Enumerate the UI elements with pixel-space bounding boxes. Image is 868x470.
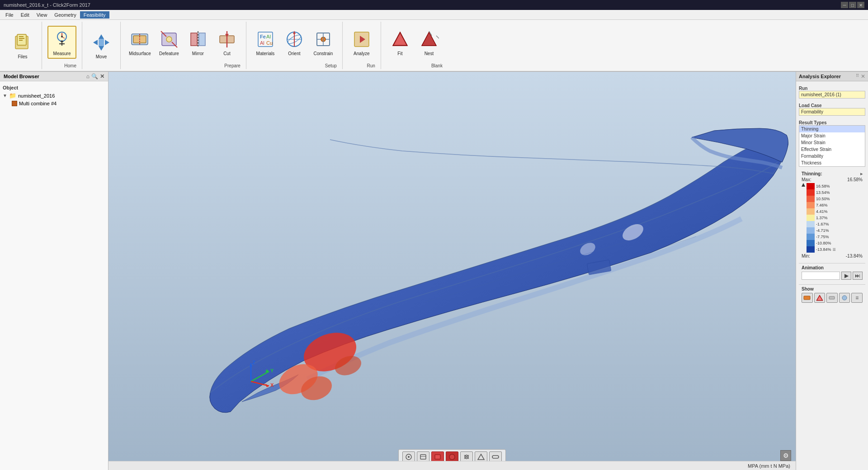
root-item-label: numisheet_2016 bbox=[18, 93, 55, 99]
measure-icon bbox=[51, 28, 73, 50]
constrain-button[interactable]: Constrain bbox=[310, 27, 337, 58]
midsurface-button[interactable]: Midsurface bbox=[126, 27, 154, 58]
tree-root-item[interactable]: ▼ 📁 numisheet_2016 bbox=[3, 91, 105, 100]
legend-side-icon-col: ≡ bbox=[833, 183, 836, 253]
cut-button[interactable]: Cut bbox=[213, 27, 241, 58]
show-icon-btn-2[interactable] bbox=[814, 293, 826, 303]
result-type-major-strain[interactable]: Major Strain bbox=[799, 132, 865, 139]
analyze-label: Analyze bbox=[354, 51, 370, 56]
color-strip-8 bbox=[807, 234, 815, 240]
svg-text:Al: Al bbox=[260, 40, 264, 46]
animation-label: Animation bbox=[802, 265, 863, 270]
constrain-label: Constrain bbox=[314, 51, 333, 56]
panel-icon-search[interactable]: 🔍 bbox=[91, 73, 98, 80]
svg-rect-51 bbox=[108, 72, 796, 470]
legend-top-arrow bbox=[802, 183, 805, 187]
materials-icon: Fe Al AI Cu bbox=[255, 28, 276, 50]
svg-text:AI: AI bbox=[266, 34, 271, 39]
result-type-effective-strain[interactable]: Effective Strain bbox=[799, 146, 865, 153]
color-legend: Thinning: ▸ Max: 16.58% bbox=[799, 169, 865, 260]
toolbar-group-blank: Fit Nest Blank bbox=[381, 22, 448, 69]
svg-rect-72 bbox=[435, 455, 440, 459]
window-controls: ─ □ ✕ bbox=[841, 2, 864, 8]
panel-icon-close[interactable]: ✕ bbox=[100, 73, 104, 80]
legend-val-4: 4.41% bbox=[816, 208, 831, 215]
show-icon-btn-4[interactable] bbox=[839, 293, 850, 303]
legend-options-icon[interactable]: ≡ bbox=[833, 246, 836, 253]
settings-corner-icon[interactable]: ⚙ bbox=[780, 450, 791, 461]
files-button[interactable]: Files bbox=[9, 30, 36, 61]
menu-edit[interactable]: Edit bbox=[17, 11, 33, 19]
move-label: Move bbox=[96, 54, 107, 59]
files-icon bbox=[12, 32, 33, 53]
orient-button[interactable]: Orient bbox=[281, 27, 308, 58]
measure-label: Measure bbox=[53, 51, 71, 56]
svg-line-50 bbox=[436, 36, 439, 38]
animation-play-button[interactable]: ▶ bbox=[841, 272, 851, 280]
toolbar-group-run: Analyze Run bbox=[343, 22, 381, 69]
fit-button[interactable]: Fit bbox=[387, 27, 414, 58]
analyze-button[interactable]: Analyze bbox=[348, 27, 375, 58]
menu-file[interactable]: File bbox=[2, 11, 17, 19]
toolbar-group-move: Move bbox=[82, 22, 121, 69]
load-case-input[interactable] bbox=[799, 108, 865, 116]
window-title: numisheet_2016.x_t - Click2Form 2017 bbox=[4, 2, 841, 8]
setup-group-label: Setup bbox=[325, 63, 337, 69]
color-strip-0 bbox=[807, 183, 815, 189]
panel-close-icon[interactable]: ✕ bbox=[861, 73, 865, 80]
status-text: MPA (mm t N MPa) bbox=[748, 463, 790, 469]
animation-track[interactable] bbox=[802, 272, 840, 280]
defeature-button[interactable]: Defeature bbox=[156, 27, 183, 58]
result-type-thinning[interactable]: Thinning bbox=[799, 126, 865, 132]
show-icon-btn-options[interactable]: ≡ bbox=[851, 293, 863, 303]
panel-icon-home[interactable]: ⌂ bbox=[86, 73, 90, 80]
legend-min-row: Min: -13.84% bbox=[802, 254, 863, 258]
model-browser-header: Model Browser ⌂ 🔍 ✕ bbox=[0, 72, 108, 81]
fit-label: Fit bbox=[397, 51, 402, 56]
show-icon-btn-3[interactable] bbox=[826, 293, 838, 303]
title-bar: numisheet_2016.x_t - Click2Form 2017 ─ □… bbox=[0, 0, 868, 10]
viewport[interactable]: Z Y X bbox=[108, 72, 796, 470]
svg-rect-16 bbox=[99, 39, 104, 46]
svg-text:Fe: Fe bbox=[260, 34, 266, 39]
color-strip-6 bbox=[807, 221, 815, 227]
menu-view[interactable]: View bbox=[33, 11, 51, 19]
svg-point-73 bbox=[449, 454, 455, 460]
model-browser-title: Model Browser bbox=[4, 74, 39, 79]
run-input[interactable] bbox=[799, 91, 865, 99]
color-strip-5 bbox=[807, 215, 815, 221]
toolbar-items-prepare: Midsurface Defeature bbox=[126, 22, 241, 62]
tree-child-item[interactable]: Multi combine #4 bbox=[12, 100, 105, 107]
nest-button[interactable]: Nest bbox=[415, 27, 443, 58]
legend-color-strips bbox=[807, 183, 815, 253]
maximize-button[interactable]: □ bbox=[849, 2, 856, 8]
mirror-button[interactable]: Mirror bbox=[184, 27, 212, 58]
materials-button[interactable]: Fe Al AI Cu Materials bbox=[252, 27, 279, 58]
minimize-button[interactable]: ─ bbox=[841, 2, 848, 8]
run-section: Run bbox=[799, 84, 865, 99]
svg-rect-2 bbox=[19, 36, 24, 37]
svg-marker-13 bbox=[99, 46, 104, 51]
result-type-thickness[interactable]: Thickness bbox=[799, 160, 865, 166]
toolbar-group-prepare: Midsurface Defeature bbox=[121, 22, 246, 69]
prepare-group-label: Prepare bbox=[224, 63, 241, 69]
show-icon-btn-1[interactable] bbox=[802, 293, 813, 303]
legend-val-7: -4.71% bbox=[816, 227, 831, 234]
svg-marker-48 bbox=[422, 32, 436, 46]
panel-drag-icon[interactable]: ⠿ bbox=[856, 73, 859, 80]
measure-button[interactable]: Measure bbox=[47, 26, 76, 59]
toolbar-items-home: Measure bbox=[47, 22, 76, 62]
object-tree: Object ▼ 📁 numisheet_2016 Multi combine … bbox=[0, 81, 108, 470]
animation-end-button[interactable]: ⏭ bbox=[853, 272, 863, 280]
menu-feasibility[interactable]: Feasibility bbox=[80, 11, 109, 19]
legend-arrow-col bbox=[802, 183, 805, 253]
legend-expand-icon[interactable]: ▸ bbox=[860, 171, 863, 176]
svg-text:Cu: Cu bbox=[266, 40, 273, 46]
move-icon bbox=[90, 32, 112, 53]
move-button[interactable]: Move bbox=[88, 30, 115, 61]
result-type-formability[interactable]: Formability bbox=[799, 153, 865, 160]
svg-marker-14 bbox=[93, 40, 98, 45]
menu-geometry[interactable]: Geometry bbox=[51, 11, 80, 19]
result-type-minor-strain[interactable]: Minor Strain bbox=[799, 139, 865, 146]
close-button[interactable]: ✕ bbox=[857, 2, 864, 8]
